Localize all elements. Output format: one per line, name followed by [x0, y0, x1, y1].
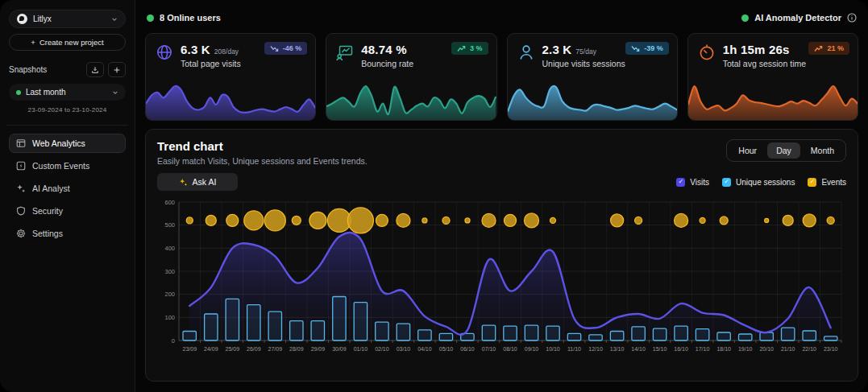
- events-bubble: [347, 208, 373, 233]
- trend-up-icon: [457, 45, 466, 52]
- snapshot-select[interactable]: Last month: [9, 84, 126, 101]
- x-axis-label: 28/09: [289, 346, 304, 352]
- unique-sessions-bar: [354, 303, 367, 340]
- unique-sessions-bar: [739, 334, 752, 340]
- legend-visits[interactable]: ✓Visits: [676, 178, 709, 187]
- stat-value: 1h 15m 26s: [723, 43, 790, 56]
- create-project-label: Create new project: [39, 38, 104, 47]
- project-name: Litlyx: [33, 14, 106, 23]
- snapshot-download-button[interactable]: [86, 62, 104, 77]
- tab-month[interactable]: Month: [802, 142, 843, 159]
- x-axis-label: 25/09: [226, 346, 240, 352]
- events-bubble: [550, 217, 556, 223]
- events-bubble: [206, 215, 216, 225]
- stat-sparkline: [508, 78, 677, 120]
- stat-trend-badge: 21 %: [808, 42, 849, 55]
- checkbox-icon: ✓: [722, 178, 731, 187]
- stat-value: 2.3 K: [542, 43, 572, 56]
- x-axis-label: 23/09: [183, 346, 197, 352]
- trend-down-icon: [270, 45, 279, 52]
- stat-per-day: 208/day: [214, 47, 239, 56]
- sidebar-item-label: AI Analyst: [32, 184, 70, 193]
- unique-sessions-bar: [205, 314, 218, 340]
- legend-events[interactable]: ✓Events: [808, 178, 846, 187]
- user-icon: [517, 43, 535, 61]
- unique-sessions-bar: [247, 305, 260, 340]
- x-axis-label: 13/10: [610, 346, 625, 352]
- x-axis-label: 01/10: [354, 346, 368, 352]
- trend-chart: 010020030040050060023/0924/0925/0926/092…: [157, 197, 846, 368]
- events-bubble: [442, 217, 450, 224]
- legend-unique-sessions[interactable]: ✓Unique sessions: [722, 178, 795, 187]
- info-icon[interactable]: [847, 13, 857, 23]
- snapshot-value: Last month: [26, 88, 107, 97]
- create-project-button[interactable]: + Create new project: [9, 34, 126, 51]
- security-shield-icon: [16, 206, 26, 216]
- stat-card-total-avg-session-time: 1h 15m 26sTotal avg session time21 %: [687, 33, 858, 121]
- stat-card-total-page-visits: 6.3 K208/dayTotal page visits-46 %: [145, 33, 316, 121]
- stat-label: Bouncing rate: [361, 59, 413, 68]
- tab-hour[interactable]: Hour: [729, 142, 766, 159]
- events-bubble: [226, 214, 239, 226]
- unique-sessions-bar: [333, 297, 346, 341]
- events-bubble: [397, 213, 410, 227]
- unique-sessions-bar: [803, 331, 816, 340]
- sidebar-item-security[interactable]: Security: [9, 201, 126, 221]
- stat-label: Total page visits: [181, 59, 241, 68]
- x-axis-label: 05/10: [439, 346, 454, 352]
- project-selector[interactable]: Litlyx: [9, 10, 126, 28]
- events-bubble: [376, 214, 388, 226]
- x-axis-label: 12/10: [588, 346, 603, 352]
- trend-down-icon: [631, 45, 640, 52]
- events-bubble: [264, 210, 285, 231]
- stat-sparkline: [326, 78, 496, 120]
- events-bubble: [675, 213, 688, 227]
- sidebar-item-settings[interactable]: Settings: [9, 224, 126, 243]
- x-axis-label: 24/09: [204, 346, 218, 352]
- snapshot-status-dot: [16, 90, 21, 95]
- ask-ai-label: Ask AI: [193, 177, 217, 187]
- tab-day[interactable]: Day: [767, 142, 800, 159]
- plus-icon: +: [31, 38, 35, 47]
- x-axis-label: 29/09: [311, 346, 326, 352]
- sidebar-item-ai-analyst[interactable]: AI Analyst: [9, 179, 126, 198]
- x-axis-label: 30/09: [332, 346, 347, 352]
- ai-analyst-icon: [16, 184, 26, 193]
- x-axis-label: 07/10: [482, 346, 496, 352]
- badge-value: -39 %: [644, 44, 663, 52]
- x-axis-label: 17/10: [696, 346, 710, 352]
- x-axis-label: 20/10: [759, 346, 774, 352]
- stat-label: Unique visits sessions: [542, 59, 625, 68]
- bounce-rate-icon: [336, 43, 354, 61]
- events-bubble: [783, 215, 793, 225]
- events-bubble: [700, 217, 705, 223]
- unique-sessions-bar: [824, 336, 837, 340]
- ask-ai-button[interactable]: Ask AI: [157, 173, 238, 191]
- sidebar-item-custom-events[interactable]: Custom Events: [9, 156, 126, 175]
- sidebar-item-web-analytics[interactable]: Web Analytics: [9, 134, 126, 153]
- sidebar-divider: [6, 125, 128, 126]
- checkbox-icon: ✓: [808, 178, 816, 187]
- legend-label: Events: [821, 178, 846, 187]
- x-axis-label: 21/10: [781, 346, 795, 352]
- stat-value: 48.74 %: [361, 43, 406, 56]
- unique-sessions-bar: [782, 328, 795, 340]
- events-bubble: [765, 218, 769, 222]
- x-axis-label: 27/09: [268, 346, 283, 352]
- online-users-label: 8 Online users: [160, 13, 221, 23]
- badge-value: -46 %: [283, 44, 302, 52]
- stat-trend-badge: 3 %: [451, 42, 488, 55]
- stat-card-bouncing-rate: 48.74 %Bouncing rate3 %: [326, 33, 496, 121]
- x-axis-label: 03/10: [397, 346, 411, 352]
- settings-gear-icon: [16, 229, 26, 238]
- unique-sessions-bar: [397, 324, 409, 340]
- y-axis-label: 0: [172, 337, 175, 345]
- sidebar-item-label: Security: [32, 206, 63, 216]
- sidebar-item-label: Custom Events: [32, 161, 89, 171]
- x-axis-label: 22/10: [802, 346, 816, 352]
- app-window: Litlyx + Create new project Snapshots La…: [0, 0, 868, 392]
- unique-sessions-bar: [675, 326, 687, 340]
- x-axis-label: 04/10: [417, 346, 432, 352]
- unique-sessions-bar: [290, 321, 303, 340]
- snapshot-add-button[interactable]: [108, 62, 126, 77]
